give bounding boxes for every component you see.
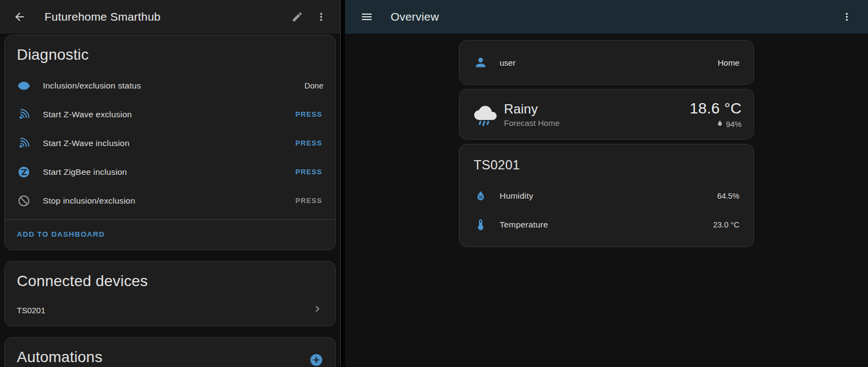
hamburger-menu-icon — [360, 10, 373, 23]
left-content: Diagnostic Inclusion/exclusion status Do… — [0, 34, 340, 367]
press-button-stop-inclusion[interactable]: PRESS — [294, 193, 323, 208]
eye-icon — [17, 79, 31, 93]
entity-row-label: Start Z-Wave inclusion — [43, 138, 282, 148]
connected-device-row[interactable]: TS0201 — [5, 298, 335, 326]
entity-row-label: Start Z-Wave exclusion — [43, 110, 282, 119]
water-percent-icon — [716, 119, 724, 129]
press-button-zwave-inclusion[interactable]: PRESS — [294, 136, 323, 150]
entity-row-value: 64.5% — [717, 192, 739, 200]
back-button[interactable] — [10, 7, 29, 27]
weather-readings: 18.6 °C 94% — [690, 100, 742, 129]
entity-row-stop-inclusion[interactable]: Stop inclusion/exclusion PRESS — [5, 186, 335, 215]
automations-card-header: Automations — [5, 338, 335, 367]
cancel-icon — [17, 194, 31, 208]
connected-device-label: TS0201 — [17, 306, 311, 315]
account-icon — [474, 55, 488, 69]
water-percent-icon — [474, 189, 488, 203]
dashboard-content: user Home — [345, 34, 868, 367]
add-to-dashboard-button[interactable]: ADD TO DASHBOARD — [17, 229, 105, 239]
user-state: Home — [718, 58, 739, 67]
user-name: user — [500, 58, 718, 67]
add-automation-button[interactable] — [306, 350, 327, 367]
panel-divider — [341, 0, 345, 367]
dots-vertical-icon — [841, 11, 853, 23]
left-overflow-menu-button[interactable] — [312, 8, 330, 26]
right-appbar: Overview — [345, 0, 868, 34]
device-card-ts0201: TS0201 Humidity 64.5% — [459, 144, 754, 247]
chevron-right-icon — [311, 303, 323, 317]
weather-text: Rainy Forecast Home — [504, 102, 690, 128]
press-button-zwave-exclusion[interactable]: PRESS — [294, 107, 323, 122]
entity-row-temperature[interactable]: Temperature 23.0 °C — [459, 210, 754, 239]
connected-devices-card: Connected devices TS0201 — [4, 261, 336, 326]
entity-row-value: 23.0 °C — [713, 220, 739, 229]
press-button-zigbee-inclusion[interactable]: PRESS — [294, 164, 323, 179]
connected-devices-card-title: Connected devices — [5, 262, 335, 298]
automations-card-title: Automations — [5, 338, 114, 367]
plus-circle-icon — [309, 353, 323, 367]
weather-subtitle: Forecast Home — [504, 118, 690, 128]
diagnostic-card-title: Diagnostic — [5, 35, 335, 71]
hamburger-menu-button[interactable] — [357, 7, 376, 27]
entity-row-label: Stop inclusion/exclusion — [43, 196, 282, 206]
weather-temperature: 18.6 °C — [690, 100, 742, 117]
z-wave-icon — [17, 136, 31, 150]
entity-row-humidity[interactable]: Humidity 64.5% — [459, 181, 754, 210]
entity-row-zwave-inclusion[interactable]: Start Z-Wave inclusion PRESS — [5, 129, 335, 157]
entity-row-zigbee-inclusion[interactable]: Start ZigBee inclusion PRESS — [5, 157, 335, 186]
dots-vertical-icon — [315, 11, 327, 23]
arrow-left-icon — [13, 10, 26, 23]
thermometer-icon — [474, 218, 488, 232]
weather-condition: Rainy — [504, 102, 690, 117]
entity-row-label: Temperature — [500, 220, 701, 230]
entity-row-label: Humidity — [500, 191, 705, 201]
edit-button[interactable] — [288, 8, 307, 26]
weather-pouring-icon — [471, 101, 499, 128]
app-window: Futurehome Smarthub Diagnostic — [0, 0, 868, 367]
device-card-title: TS0201 — [459, 144, 754, 181]
zigbee-icon — [17, 165, 31, 179]
pencil-icon — [291, 11, 303, 23]
right-appbar-title: Overview — [391, 10, 439, 23]
automations-card: Automations — [4, 337, 336, 367]
device-page-panel: Futurehome Smarthub Diagnostic — [0, 0, 341, 367]
entity-row-inclusion-status[interactable]: Inclusion/exclusion status Done — [5, 71, 335, 100]
user-card[interactable]: user Home — [459, 40, 754, 85]
entity-row-zwave-exclusion[interactable]: Start Z-Wave exclusion PRESS — [5, 100, 335, 129]
overview-panel: Overview user Home — [345, 0, 868, 367]
card-stack: user Home — [459, 40, 754, 251]
entity-row-value: Done — [304, 81, 323, 90]
left-appbar-title: Futurehome Smarthub — [44, 10, 161, 23]
weather-humidity-value: 94% — [726, 120, 742, 129]
diagnostic-card-actions: ADD TO DASHBOARD — [5, 220, 335, 250]
left-appbar: Futurehome Smarthub — [0, 0, 340, 34]
right-overflow-menu-button[interactable] — [838, 8, 856, 26]
diagnostic-card: Diagnostic Inclusion/exclusion status Do… — [4, 35, 336, 250]
z-wave-icon — [17, 107, 31, 122]
entity-row-label: Inclusion/exclusion status — [43, 81, 292, 91]
weather-card[interactable]: Rainy Forecast Home 18.6 °C 94% — [459, 89, 754, 140]
entity-row-label: Start ZigBee inclusion — [43, 167, 282, 177]
weather-humidity-row: 94% — [690, 119, 742, 129]
